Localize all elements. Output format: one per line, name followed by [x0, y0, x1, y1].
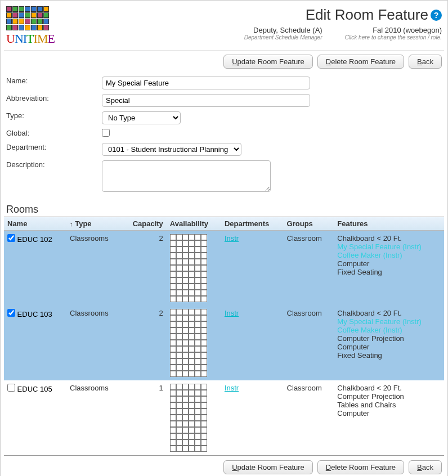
- department-label: Department:: [6, 143, 102, 151]
- table-row[interactable]: EDUC 103Classrooms2InstrClassroomChalkbo…: [4, 306, 444, 380]
- name-label: Name:: [6, 77, 102, 85]
- user-role: Department Schedule Manager: [244, 34, 322, 41]
- back-button[interactable]: Back: [409, 55, 442, 69]
- feature-item: Coffee Maker (Instr): [337, 326, 441, 334]
- back-button-bottom[interactable]: Back: [409, 460, 442, 474]
- col-type[interactable]: ↑ Type: [66, 217, 122, 231]
- room-features: Chalkboard < 20 Ft.My Special Feature (I…: [334, 306, 444, 380]
- feature-item: Computer: [337, 409, 441, 417]
- room-name: EDUC 103: [15, 310, 52, 318]
- availability-grid: [170, 309, 218, 377]
- update-room-feature-button[interactable]: Update Room Feature: [223, 55, 313, 69]
- col-capacity[interactable]: Capacity: [122, 217, 167, 231]
- col-groups[interactable]: Groups: [284, 217, 334, 231]
- col-availability[interactable]: Availability: [167, 217, 221, 231]
- session-switcher[interactable]: Fal 2010 (woebegon) Click here to change…: [345, 26, 442, 41]
- room-type: Classrooms: [66, 231, 122, 306]
- feature-item: Coffee Maker (Instr): [337, 251, 441, 259]
- room-checkbox[interactable]: [7, 309, 15, 317]
- feature-item: Computer: [337, 259, 441, 268]
- col-name[interactable]: Name: [4, 217, 66, 231]
- col-features[interactable]: Features: [334, 217, 444, 231]
- room-name: EDUC 102: [15, 235, 52, 244]
- department-link[interactable]: Instr: [225, 309, 239, 317]
- room-checkbox[interactable]: [7, 234, 15, 242]
- room-group: Classroom: [284, 380, 334, 455]
- help-icon[interactable]: ?: [431, 10, 442, 21]
- logo-graphic: [6, 6, 49, 30]
- delete-room-feature-button[interactable]: Delete Room Feature: [317, 55, 404, 69]
- rooms-section-title: Rooms: [4, 201, 444, 217]
- room-name: EDUC 105: [15, 385, 52, 393]
- table-row[interactable]: EDUC 102Classrooms2InstrClassroomChalkbo…: [4, 231, 444, 306]
- room-capacity: 1: [122, 380, 167, 455]
- col-departments[interactable]: Departments: [221, 217, 284, 231]
- feature-item: Computer: [337, 343, 441, 351]
- room-features: Chalkboard < 20 Ft.Computer ProjectionTa…: [334, 380, 444, 455]
- global-checkbox[interactable]: [102, 129, 110, 137]
- feature-item: My Special Feature (Instr): [337, 243, 441, 251]
- feature-item: Computer Projection: [337, 334, 441, 343]
- type-label: Type:: [6, 111, 102, 120]
- feature-item: Chalkboard < 20 Ft.: [337, 309, 441, 317]
- room-type: Classrooms: [66, 306, 122, 380]
- room-group: Classroom: [284, 231, 334, 306]
- room-capacity: 2: [122, 306, 167, 380]
- feature-item: My Special Feature (Instr): [337, 317, 441, 326]
- room-availability: [167, 306, 221, 380]
- feature-item: Chalkboard < 20 Ft.: [337, 234, 441, 243]
- logo-text: UNITIME: [6, 32, 55, 46]
- delete-room-feature-button-bottom[interactable]: Delete Room Feature: [317, 460, 404, 474]
- user-name: Deputy, Schedule (A): [244, 26, 322, 34]
- availability-grid: [170, 384, 218, 452]
- session-hint: Click here to change the session / role.: [345, 34, 442, 41]
- logo: UNITIME: [6, 6, 55, 46]
- room-availability: [167, 231, 221, 306]
- session-name: Fal 2010 (woebegon): [345, 26, 442, 34]
- room-group: Classroom: [284, 306, 334, 380]
- department-link[interactable]: Instr: [225, 234, 239, 243]
- description-label: Description:: [6, 160, 102, 169]
- department-link[interactable]: Instr: [225, 384, 239, 392]
- update-room-feature-button-bottom[interactable]: Update Room Feature: [223, 460, 313, 474]
- feature-item: Chalkboard < 20 Ft.: [337, 384, 441, 392]
- abbreviation-input[interactable]: [102, 94, 310, 107]
- feature-item: Fixed Seating: [337, 351, 441, 360]
- rooms-table: Name ↑ Type Capacity Availability Depart…: [4, 217, 444, 455]
- description-textarea[interactable]: [102, 160, 271, 192]
- department-select[interactable]: 0101 - Student Instructional Planning: [102, 143, 241, 156]
- global-label: Global:: [6, 129, 102, 137]
- availability-grid: [170, 234, 218, 302]
- table-row[interactable]: EDUC 105Classrooms1InstrClassroomChalkbo…: [4, 380, 444, 455]
- abbr-label: Abbreviation:: [6, 94, 102, 102]
- room-availability: [167, 380, 221, 455]
- feature-item: Fixed Seating: [337, 268, 441, 276]
- room-capacity: 2: [122, 231, 167, 306]
- feature-item: Tables and Chairs: [337, 401, 441, 409]
- room-features: Chalkboard < 20 Ft.My Special Feature (I…: [334, 231, 444, 306]
- room-type: Classrooms: [66, 380, 122, 455]
- name-input[interactable]: [102, 77, 310, 89]
- feature-item: Computer Projection: [337, 392, 441, 401]
- type-select[interactable]: No Type: [102, 111, 181, 124]
- page-title: Edit Room Feature: [306, 6, 428, 24]
- room-checkbox[interactable]: [7, 384, 15, 392]
